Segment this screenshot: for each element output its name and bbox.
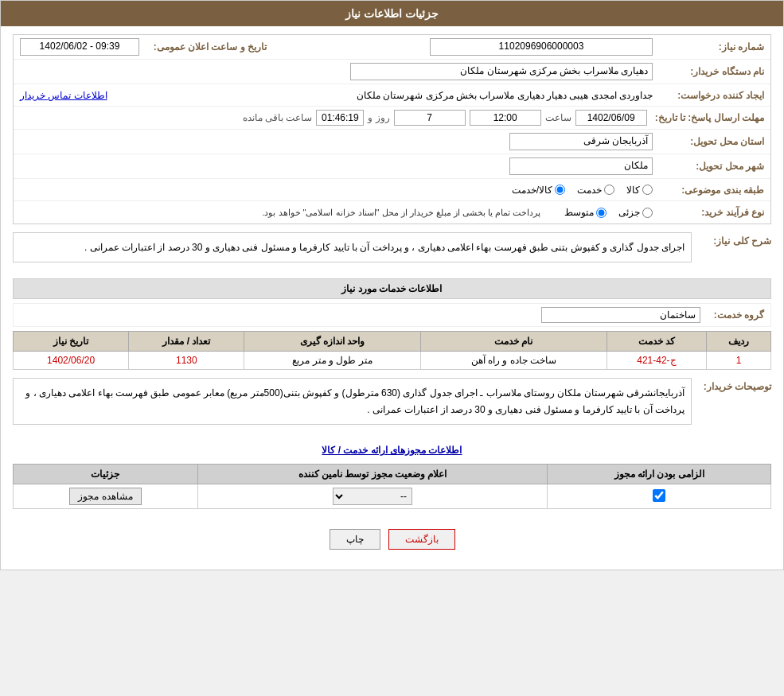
buyer-desc-section: توصیحات خریدار: آذربایجانشرقی شهرستان مل…	[13, 378, 771, 433]
process-jazii-label: جزئی	[618, 207, 640, 218]
delivery-city-value: ملکان	[509, 157, 653, 175]
delivery-province-value: آذربایجان شرقی	[509, 133, 653, 150]
public-announce-label: تاریخ و ساعت اعلان عمومی:	[139, 41, 267, 52]
permits-col-details: جزئیات	[14, 465, 198, 484]
process-radio-group: جزئی متوسط پرداخت تمام یا بخشی از مبلغ خ…	[262, 207, 653, 218]
sharh-value: اجرای جدول گذاری و کفپوش بتنی طبق فهرست …	[13, 232, 692, 262]
category-radio-group: کالا خدمت کالا/خدمت	[512, 185, 653, 196]
permits-title: اطلاعات مجوزهای ارائه خدمت / کالا	[13, 441, 771, 460]
col-qty: تعداد / مقدار	[129, 332, 244, 352]
need-number-row: شماره نیاز: 1102096906000003 تاریخ و ساع…	[14, 35, 770, 60]
process-row: نوع فرآیند خرید: جزئی متوسط پرداخت تمام …	[14, 201, 770, 224]
buyer-desc-value: آذربایجانشرقی شهرستان ملکان روستای ملاسر…	[13, 378, 692, 425]
col-unit: واحد اندازه گیری	[244, 332, 420, 352]
process-jazii-radio[interactable]	[642, 208, 653, 218]
creator-row: ایجاد کننده درخواست: جداوردی امجدی هیبی …	[14, 84, 770, 107]
permits-row: -- مشاهده مجوز	[14, 484, 771, 509]
public-announce-value: 1402/06/02 - 09:39	[20, 38, 139, 56]
category-kala-item: کالا	[626, 185, 653, 196]
permits-status-select[interactable]: --	[333, 488, 412, 505]
process-motevaset-item: متوسط	[564, 207, 607, 218]
province-row: استان محل تحویل: آذربایجان شرقی	[14, 130, 770, 154]
response-deadline-row: مهلت ارسال پاسخ: تا تاریخ: 1402/06/09 سا…	[14, 107, 770, 130]
table-cell: 1	[706, 352, 770, 370]
buyer-name-row: نام دستگاه خریدار: دهیاری ملاسراب بخش مر…	[14, 60, 770, 84]
sharh-label: شرح کلی نیاز:	[692, 232, 771, 247]
delivery-province-label: استان محل تحویل:	[653, 136, 764, 147]
permits-section: اطلاعات مجوزهای ارائه خدمت / کالا الزامی…	[13, 441, 771, 509]
response-deadline-values: 1402/06/09 ساعت 12:00 7 روز و 01:46:19 س…	[243, 110, 647, 126]
view-permit-button[interactable]: مشاهده مجوز	[69, 488, 141, 505]
services-section: اطلاعات خدمات مورد نیاز گروه خدمت: ساختم…	[13, 278, 771, 370]
category-kala-label: کالا	[626, 185, 640, 196]
response-time-label: ساعت	[545, 112, 571, 123]
creator-value: جداوردی امجدی هیبی دهیار دهیاری ملاسراب …	[119, 90, 653, 101]
category-kala-radio[interactable]	[642, 185, 653, 195]
response-days: 7	[394, 110, 466, 126]
response-remaining: ساعت باقی مانده	[243, 112, 313, 123]
process-desc: پرداخت تمام یا بخشی از مبلغ خریدار از مح…	[262, 208, 540, 218]
response-time: 12:00	[470, 110, 541, 126]
permits-table: الزامی بودن ارائه مجوز اعلام وضعیت مجوز …	[13, 464, 771, 509]
service-group-value: ساختمان	[541, 307, 700, 323]
table-cell: ساخت جاده و راه آهن	[420, 352, 607, 370]
permits-col-status: اعلام وضعیت مجوز توسط نامین کننده	[197, 465, 548, 484]
back-button[interactable]: بازگشت	[388, 529, 455, 550]
services-title: اطلاعات خدمات مورد نیاز	[13, 278, 771, 299]
need-number-value: 1102096906000003	[430, 38, 653, 56]
buyer-desc-label: توصیحات خریدار:	[692, 378, 771, 392]
page-title: جزئیات اطلاعات نیاز	[345, 7, 439, 20]
process-label: نوع فرآیند خرید:	[653, 207, 764, 218]
category-kala-khedmat-radio[interactable]	[555, 185, 565, 195]
sharh-section: شرح کلی نیاز: اجرای جدول گذاری و کفپوش ب…	[13, 232, 771, 270]
col-date: تاریخ نیاز	[14, 332, 129, 352]
col-code: کد خدمت	[607, 332, 706, 352]
info-section: شماره نیاز: 1102096906000003 تاریخ و ساع…	[13, 34, 771, 224]
response-date: 1402/06/09	[575, 110, 647, 126]
table-cell: 1402/06/20	[14, 352, 129, 370]
col-name: نام خدمت	[420, 332, 607, 352]
response-days-label: روز و	[368, 112, 389, 123]
table-cell: ج-42-421	[607, 352, 706, 370]
table-cell: 1130	[129, 352, 244, 370]
buyer-name-value: دهیاری ملاسراب بخش مرکزی شهرستان ملکان	[350, 63, 653, 80]
print-button[interactable]: چاپ	[330, 529, 380, 550]
category-khedmat-radio[interactable]	[604, 185, 614, 195]
creator-label: ایجاد کننده درخواست:	[653, 90, 764, 101]
delivery-city-label: شهر محل تحویل:	[653, 161, 764, 172]
category-khedmat-label: خدمت	[577, 185, 602, 196]
need-number-label: شماره نیاز:	[653, 41, 764, 52]
services-table: ردیف کد خدمت نام خدمت واحد اندازه گیری ت…	[13, 331, 771, 370]
bottom-buttons: بازگشت چاپ	[13, 517, 771, 562]
contact-link[interactable]: اطلاعات تماس خریدار	[20, 90, 107, 101]
category-label: طبقه بندی موضوعی:	[653, 185, 764, 196]
page-wrapper: جزئیات اطلاعات نیاز شماره نیاز: 11020969…	[0, 0, 784, 570]
page-header: جزئیات اطلاعات نیاز	[1, 1, 783, 26]
buyer-name-label: نام دستگاه خریدار:	[653, 66, 764, 77]
process-motevaset-label: متوسط	[564, 207, 594, 218]
permits-status-cell: --	[197, 484, 548, 509]
response-counter: 01:46:19	[316, 110, 364, 126]
category-kala-khedmat-label: کالا/خدمت	[512, 185, 552, 196]
category-kala-khedmat-item: کالا/خدمت	[512, 185, 565, 196]
category-khedmat-item: خدمت	[577, 185, 614, 196]
table-row: 1ج-42-421ساخت جاده و راه آهنمتر طول و مت…	[14, 352, 771, 370]
permits-details-cell: مشاهده مجوز	[14, 484, 198, 509]
permits-required-cell	[548, 484, 771, 509]
col-row: ردیف	[706, 332, 770, 352]
service-group-label: گروه خدمت:	[700, 309, 764, 321]
city-row: شهر محل تحویل: ملکان	[14, 154, 770, 179]
process-jazii-item: جزئی	[618, 207, 653, 218]
category-row: طبقه بندی موضوعی: کالا خدمت کالا/خدمت	[14, 179, 770, 201]
permits-col-required: الزامی بودن ارائه مجوز	[548, 465, 771, 484]
process-motevaset-radio[interactable]	[596, 208, 607, 218]
table-cell: متر طول و متر مربع	[244, 352, 420, 370]
main-content: شماره نیاز: 1102096906000003 تاریخ و ساع…	[1, 26, 783, 570]
response-deadline-label: مهلت ارسال پاسخ: تا تاریخ:	[647, 112, 764, 123]
service-group-row: گروه خدمت: ساختمان	[13, 303, 771, 327]
permits-required-checkbox[interactable]	[653, 489, 665, 502]
